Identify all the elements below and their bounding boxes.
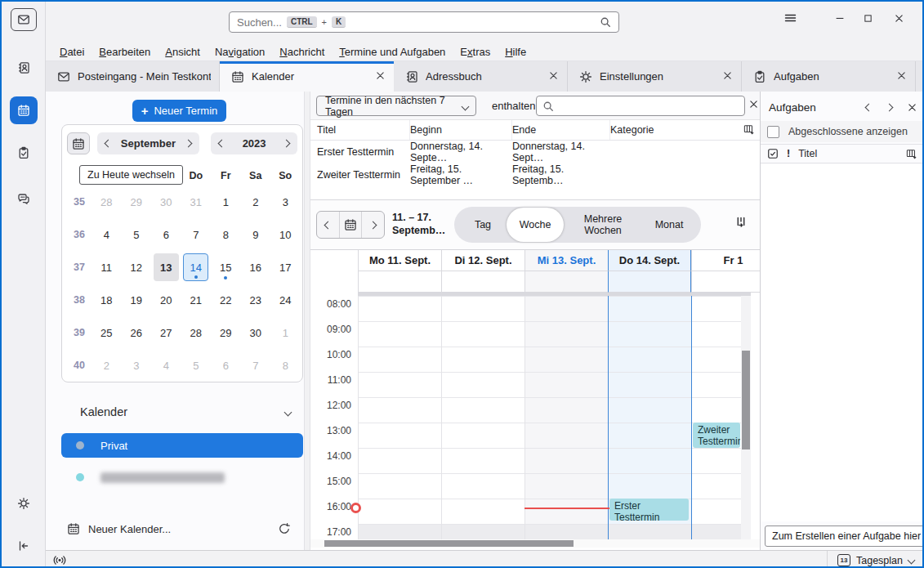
next-year-icon[interactable] [283,140,291,148]
all-day-cell-2[interactable] [441,271,524,293]
minical-day[interactable]: 7 [183,221,208,248]
minical-day[interactable]: 18 [94,286,119,314]
minical-day[interactable]: 10 [273,221,298,248]
close-filter-icon[interactable] [748,98,759,113]
minical-day[interactable]: 3 [273,188,298,216]
calendar-picker-button[interactable] [340,212,363,238]
dayplan-selector[interactable]: 13 Tagesplan [827,551,914,568]
menu-item-termine-und-aufgaben[interactable]: Termine und Aufgaben [332,44,453,60]
search-input[interactable]: Suchen... CTRL + K [229,11,619,33]
tab-adressbuch[interactable]: Adressbuch [394,61,568,92]
minical-day[interactable]: 30 [243,319,268,347]
minical-day[interactable]: 11 [94,253,119,281]
menu-item-hilfe[interactable]: Hilfe [498,44,533,60]
minical-day[interactable]: 28 [183,319,208,347]
tab-einstellungen[interactable]: Einstellungen [568,61,742,92]
all-day-cell-1[interactable] [358,271,441,293]
task-list-empty[interactable] [761,164,924,521]
minical-day[interactable]: 22 [213,286,239,314]
view-mehrere-wochen[interactable]: Mehrere Wochen [564,208,642,242]
menu-item-nachricht[interactable]: Nachricht [272,44,332,60]
event-filter-dropdown[interactable]: Termine in den nächsten 7 Tagen [316,96,476,116]
all-day-cell-5[interactable] [691,271,760,293]
address-book-space-icon[interactable] [10,54,38,82]
minical-day[interactable]: 20 [154,286,179,314]
horizontal-scrollbar-thumb[interactable] [324,540,574,547]
calendars-section-header[interactable]: Kalender [80,405,291,418]
collapse-spaces-icon[interactable] [10,532,38,560]
minical-day[interactable]: 15 [213,253,239,281]
minical-day[interactable]: 30 [154,188,179,216]
table-row[interactable]: Erster TestterminDonnerstag, 14. Septe…D… [310,141,760,163]
minical-day[interactable]: 5 [123,221,149,248]
tasks-space-icon[interactable] [10,139,38,167]
next-month-icon[interactable] [185,140,193,148]
close-tab-icon[interactable] [722,70,733,83]
day-header-1[interactable]: Mo 11. Sept. [358,250,441,271]
calendar-space-icon[interactable] [10,96,38,124]
next-week-button[interactable] [362,212,384,238]
menu-item-bearbeiten[interactable]: Bearbeiten [92,44,158,60]
minical-day[interactable]: 7 [243,351,268,379]
event-erster-testtermin[interactable]: Erster Testtermin [609,499,689,521]
priority-column-header[interactable]: ! [787,148,790,159]
minical-day[interactable]: 26 [123,319,149,347]
event-zweiter-testtermin[interactable]: Zweiter Testtermin [693,423,740,448]
minical-day[interactable]: 2 [94,351,119,379]
minical-day[interactable]: 19 [123,286,149,314]
list-column-header-kategorie[interactable]: Kategorie [610,120,723,140]
minical-day[interactable]: 27 [154,319,179,347]
tab-aufgaben[interactable]: Aufgaben [742,61,916,92]
day-header-3[interactable]: Mi 13. Sept. [524,250,608,271]
minical-day[interactable]: 1 [273,319,298,347]
minical-day[interactable]: 1 [213,188,239,216]
new-calendar-row[interactable]: Neuer Kalender... [67,522,291,535]
minical-day[interactable]: 31 [183,188,208,216]
menu-item-datei[interactable]: Datei [52,44,92,60]
prev-week-button[interactable] [317,212,340,238]
close-tab-icon[interactable] [896,70,907,83]
minical-day-today[interactable]: 13 [154,253,179,281]
all-day-cell-4[interactable] [608,271,691,293]
settings-gear-icon[interactable] [10,490,38,517]
horizontal-scrollbar[interactable] [310,539,760,548]
minical-day[interactable]: 16 [243,253,268,281]
task-list-header[interactable]: ! Titel [761,144,924,163]
chat-space-icon[interactable] [10,185,38,212]
day-header-2[interactable]: Di 12. Sept. [441,250,524,271]
minical-day[interactable]: 6 [154,221,179,248]
table-row[interactable]: Zweiter TestterminFreitag, 15. September… [310,163,760,186]
close-button[interactable] [885,2,913,34]
mail-space-icon[interactable] [11,8,37,31]
minical-day[interactable]: 24 [273,286,298,314]
minical-day-selected[interactable]: 14 [183,253,208,281]
calendar-item-redacted[interactable] [61,465,303,490]
tab-kalender[interactable]: Kalender [220,61,394,92]
rotate-view-icon[interactable] [734,215,748,228]
minical-day[interactable]: 21 [183,286,208,314]
close-panel-icon[interactable] [907,102,917,113]
view-tag[interactable]: Tag [459,208,507,242]
chevron-left-icon[interactable] [865,103,873,111]
prev-month-icon[interactable] [104,140,112,148]
vertical-scrollbar-thumb[interactable] [742,351,750,449]
list-column-header-titel[interactable]: Titel [317,120,410,140]
minical-day[interactable]: 29 [213,319,239,347]
minical-day[interactable]: 8 [213,221,239,248]
maximize-button[interactable] [854,2,882,34]
minical-day[interactable]: 4 [154,351,179,379]
list-column-header-ende[interactable]: Ende [512,120,610,140]
vertical-scrollbar[interactable] [741,296,751,539]
prev-year-icon[interactable] [218,140,226,148]
chevron-right-icon[interactable] [886,103,894,111]
new-task-input[interactable]: Zum Erstellen einer Aufgabe hier kli [765,526,924,547]
pane-splitter[interactable] [304,92,310,550]
minical-day[interactable]: 29 [123,188,149,216]
list-column-header-beginn[interactable]: Beginn [410,120,512,140]
minical-day[interactable]: 2 [243,188,268,216]
view-woche[interactable]: Woche [507,208,564,242]
event-list-header[interactable]: TitelBeginnEndeKategorie [310,120,760,141]
minical-day[interactable]: 17 [273,253,298,281]
event-search-input[interactable] [536,96,745,116]
show-completed-row[interactable]: Abgeschlossene anzeigen [761,121,924,142]
